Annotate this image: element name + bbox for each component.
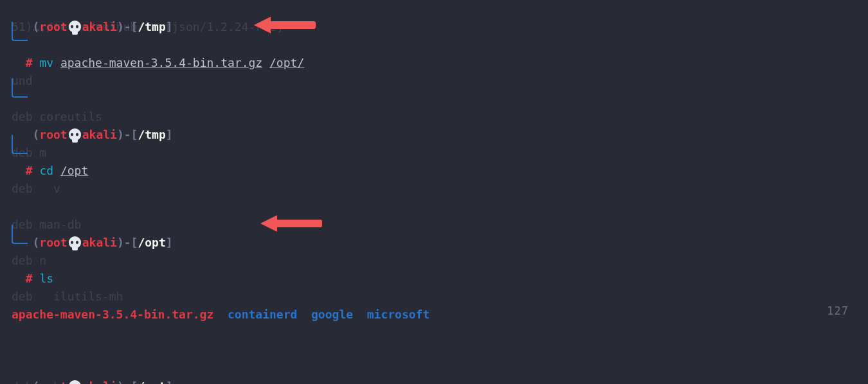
terminal-line: (rootakali)-[/tmp] (12, 18, 429, 36)
terminal-line: # ls (12, 270, 429, 288)
command: cd (39, 164, 53, 177)
command-arg: /opt/ (269, 56, 304, 69)
prompt-user: root (39, 380, 67, 384)
ls-dir: containerd (228, 308, 297, 321)
terminal-line: (rootakali)-[/opt] (12, 234, 429, 252)
spacer (12, 90, 429, 108)
command: mv (39, 56, 53, 69)
prompt-path: /tmp (138, 128, 165, 141)
ls-dir: google (311, 308, 353, 321)
spacer (12, 198, 429, 216)
page-number: 127 (827, 302, 849, 320)
skull-icon (69, 128, 81, 141)
command-arg: /opt (60, 164, 88, 177)
prompt-path: /tmp (138, 20, 165, 33)
prompt-user: root (39, 128, 67, 141)
terminal-line: apache-maven-3.5.4-bin.tar.gz containerd… (12, 306, 429, 324)
terminal-line: (rootakali)-[/opt] (12, 378, 429, 384)
prompt-host: akali (82, 20, 117, 33)
terminal-line: # mv apache-maven-3.5.4-bin.tar.gz /opt/ (12, 54, 429, 72)
prompt-user: root (39, 20, 67, 33)
command: ls (39, 272, 53, 285)
ls-file: apache-maven-3.5.4-bin.tar.gz (12, 308, 213, 321)
arrow-left-icon (254, 17, 316, 33)
skull-icon (69, 236, 81, 249)
prompt-path: /opt (138, 380, 165, 384)
terminal-line: (rootakali)-[/tmp] (12, 126, 429, 144)
terminal-foreground[interactable]: (rootakali)-[/tmp] # mv apache-maven-3.5… (12, 0, 429, 384)
ls-dir: microsoft (367, 308, 430, 321)
skull-icon (69, 21, 81, 33)
command-arg: apache-maven-3.5.4-bin.tar.gz (60, 56, 262, 69)
prompt-hash: # (26, 272, 33, 285)
prompt-user: root (39, 236, 67, 249)
terminal-line: # cd /opt (12, 162, 429, 180)
prompt-hash: # (26, 164, 33, 177)
prompt-host: akali (82, 236, 117, 249)
arrow-left-icon (260, 215, 322, 232)
prompt-hash: # (26, 56, 33, 69)
prompt-host: akali (82, 128, 117, 141)
spacer (12, 342, 429, 360)
prompt-path: /opt (138, 236, 165, 249)
skull-icon (69, 380, 81, 384)
prompt-host: akali (82, 380, 117, 384)
